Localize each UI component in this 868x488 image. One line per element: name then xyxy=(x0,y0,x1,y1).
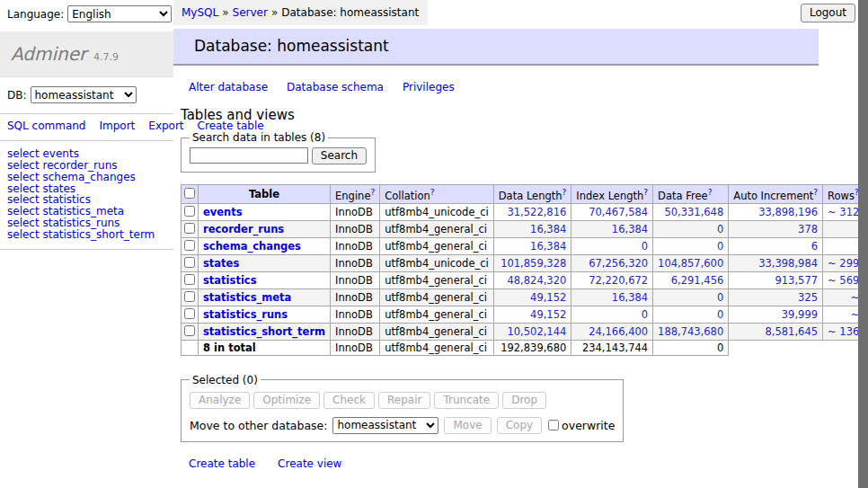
column-header: Data Length? xyxy=(493,185,571,204)
table-name-cell: schema_changes xyxy=(199,237,331,254)
database-action-link[interactable]: Privileges xyxy=(403,81,455,93)
collation-cell: utf8mb4_general_ci xyxy=(380,237,494,254)
row-checkbox[interactable] xyxy=(184,308,195,319)
row-checkbox[interactable] xyxy=(184,291,195,302)
table-name-link[interactable]: statistics_meta xyxy=(203,291,291,304)
database-action-link[interactable]: Database schema xyxy=(287,81,384,93)
table-name-cell: events xyxy=(199,203,331,220)
data-length-cell: 10,502,144 xyxy=(493,323,571,340)
help-link[interactable]: ? xyxy=(562,188,567,197)
db-select[interactable]: homeassistant xyxy=(31,86,137,103)
data-length-cell: 49,152 xyxy=(493,288,571,306)
row-checkbox-cell xyxy=(182,323,199,340)
sidebar-divider xyxy=(0,249,173,250)
help-link[interactable]: ? xyxy=(643,188,648,197)
engine-cell: InnoDB xyxy=(331,323,380,340)
search-input[interactable] xyxy=(190,147,308,164)
row-checkbox[interactable] xyxy=(184,223,195,234)
help-link[interactable]: ? xyxy=(708,188,713,197)
table-name-cell: statistics xyxy=(199,271,331,288)
column-header-label: Data Length xyxy=(499,190,562,202)
column-header-label: Table xyxy=(249,188,279,200)
table-name-link[interactable]: statistics xyxy=(203,274,257,287)
engine-cell: InnoDB xyxy=(331,203,380,220)
select-all-checkbox[interactable] xyxy=(184,188,195,199)
help-link[interactable]: ? xyxy=(370,188,375,197)
row-checkbox[interactable] xyxy=(184,325,195,336)
breadcrumb-separator: » xyxy=(271,6,278,19)
collation-cell: utf8mb4_unicode_ci xyxy=(380,254,494,271)
search-button[interactable]: Search xyxy=(312,147,367,164)
create-link[interactable]: Create table xyxy=(189,457,255,470)
copy-button[interactable]: Copy xyxy=(497,417,542,434)
help-link[interactable]: ? xyxy=(430,188,435,197)
engine-cell: InnoDB xyxy=(331,254,380,271)
table-name-link[interactable]: statistics_short_term xyxy=(203,325,325,338)
breadcrumb-link[interactable]: MySQL xyxy=(182,6,218,19)
scrollbar-thumb[interactable] xyxy=(858,0,868,488)
sidebar-actions: SQL commandImportExportCreate table xyxy=(0,114,173,140)
vertical-scrollbar[interactable] xyxy=(858,0,868,488)
selected-buttons-row: AnalyzeOptimizeCheckRepairTruncateDrop xyxy=(190,392,615,409)
move-db-select[interactable]: homeassistant xyxy=(332,417,438,434)
data-free-cell: 0 xyxy=(653,237,729,254)
row-checkbox[interactable] xyxy=(184,206,195,217)
data-free-cell: 50,331,648 xyxy=(653,203,729,220)
create-link[interactable]: Create view xyxy=(278,457,341,470)
sidebar-item-select-table[interactable]: select events xyxy=(7,148,166,160)
table-name-link[interactable]: statistics_runs xyxy=(203,308,288,321)
index-length-cell: 72,220,672 xyxy=(571,271,653,288)
collation-cell: utf8mb4_general_ci xyxy=(380,323,494,340)
row-checkbox[interactable] xyxy=(184,274,195,285)
collation-cell: utf8mb4_general_ci xyxy=(380,306,494,323)
sidebar-item-select-table[interactable]: select recorder_runs xyxy=(7,160,166,172)
index-length-cell: 16,384 xyxy=(571,288,653,306)
database-action-links: Alter databaseDatabase schemaPrivileges xyxy=(189,81,819,93)
engine-cell: InnoDB xyxy=(331,237,380,254)
data-free-cell: 0 xyxy=(653,288,729,306)
total-index-length-cell: 234,143,744 xyxy=(571,340,653,355)
table-name-link[interactable]: states xyxy=(203,257,239,270)
row-checkbox-cell xyxy=(182,220,199,237)
table-name-link[interactable]: recorder_runs xyxy=(203,223,284,235)
help-link[interactable]: ? xyxy=(813,188,818,197)
tables-overview-table: TableEngine?Collation?Data Length?Index … xyxy=(181,184,868,356)
index-length-cell: 16,384 xyxy=(571,220,653,237)
table-row: recorder_runsInnoDButf8mb4_general_ci16,… xyxy=(182,220,868,237)
table-operation-button[interactable]: Truncate xyxy=(434,392,499,409)
table-header-row: TableEngine?Collation?Data Length?Index … xyxy=(182,185,868,204)
column-header-label: Index Length xyxy=(576,190,643,202)
sidebar-action-link[interactable]: Import xyxy=(99,120,135,132)
sidebar-item-select-table[interactable]: select schema_changes xyxy=(7,172,166,183)
sidebar-table-links: select eventsselect recorder_runsselect … xyxy=(0,141,173,249)
overwrite-checkbox[interactable] xyxy=(548,420,559,430)
table-operation-button[interactable]: Repair xyxy=(378,392,430,409)
table-name-link[interactable]: events xyxy=(203,206,243,218)
logout-button[interactable]: Logout xyxy=(801,4,855,22)
row-checkbox[interactable] xyxy=(184,240,195,251)
sidebar-action-link[interactable]: SQL command xyxy=(7,120,85,132)
table-row: statistics_short_termInnoDButf8mb4_gener… xyxy=(182,323,868,340)
row-checkbox[interactable] xyxy=(184,257,195,268)
table-name-link[interactable]: schema_changes xyxy=(203,240,301,253)
row-checkbox-cell xyxy=(182,271,199,288)
move-button[interactable]: Move xyxy=(444,417,491,434)
data-length-cell: 49,152 xyxy=(493,306,571,323)
database-action-link[interactable]: Alter database xyxy=(189,81,268,93)
breadcrumb-link[interactable]: Server xyxy=(233,6,268,19)
table-operation-button[interactable]: Optimize xyxy=(253,392,320,409)
engine-cell: InnoDB xyxy=(331,288,380,306)
total-collation-cell: utf8mb4_general_ci xyxy=(380,340,494,355)
column-header: Auto Increment? xyxy=(729,185,823,204)
total-empty-cell xyxy=(182,340,199,355)
collation-cell: utf8mb4_unicode_ci xyxy=(380,203,494,220)
language-select[interactable]: English xyxy=(67,5,172,22)
language-row: Language:English xyxy=(0,0,173,27)
table-total-row: 8 in totalInnoDButf8mb4_general_ci192,83… xyxy=(182,340,868,355)
table-operation-button[interactable]: Check xyxy=(323,392,375,409)
data-length-cell: 16,384 xyxy=(493,220,571,237)
table-operation-button[interactable]: Analyze xyxy=(190,392,250,409)
row-checkbox-cell xyxy=(182,237,199,254)
sidebar-item-select-table[interactable]: select statistics_short_term xyxy=(7,229,166,241)
table-operation-button[interactable]: Drop xyxy=(502,392,546,409)
